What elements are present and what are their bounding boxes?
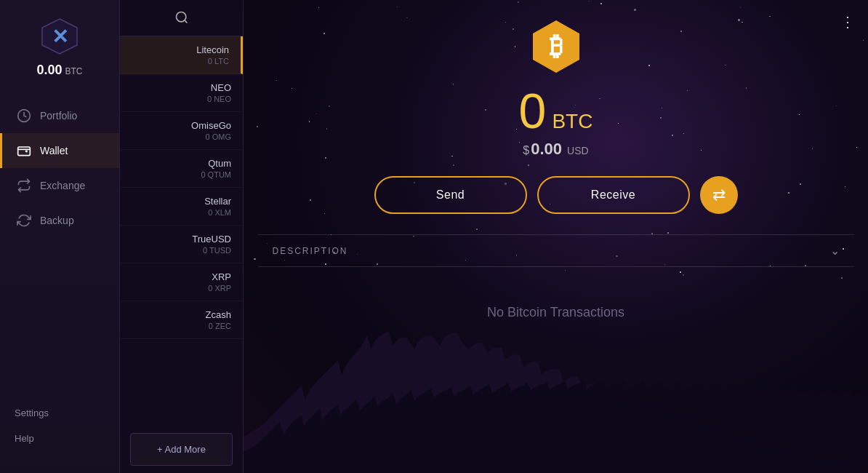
btc-hexagon-icon: ₿ [527, 17, 585, 76]
sidebar-label-exchange: Exchange [40, 180, 85, 191]
btc-amount-unit: BTC [552, 110, 592, 133]
coin-list-item-ltc[interactable]: Litecoin 0 LTC [120, 36, 243, 74]
coin-name: Stellar [204, 196, 231, 207]
swap-icon: ⇄ [712, 186, 726, 204]
main-content: ⋮ ₿ 0 BTC $ 0.00 USD Send Receive ⇄ [244, 0, 868, 473]
add-more-label: + Add More [157, 444, 206, 455]
main-nav: Portfolio Wallet Exchange Backup [0, 98, 119, 400]
coin-list-item-zec[interactable]: Zcash 0 ZEC [120, 301, 243, 339]
coin-list-panel: Litecoin 0 LTC NEO 0 NEO OmiseGo 0 OMG Q… [120, 0, 244, 473]
coin-balance: 0 NEO [207, 95, 231, 103]
coin-list-item-xlm[interactable]: Stellar 0 XLM [120, 188, 243, 226]
svg-text:✕: ✕ [51, 25, 68, 48]
coin-list-item-xrp[interactable]: XRP 0 XRP [120, 263, 243, 301]
exchange-icon [17, 178, 31, 193]
chevron-down-icon: ⌄ [830, 244, 840, 258]
send-button[interactable]: Send [374, 176, 527, 214]
svg-text:₿: ₿ [550, 31, 563, 61]
coin-name: NEO [211, 82, 231, 93]
sidebar-label-wallet: Wallet [40, 145, 68, 156]
balance-number: 0.00 [36, 63, 62, 78]
coin-list: Litecoin 0 LTC NEO 0 NEO OmiseGo 0 OMG Q… [120, 36, 243, 426]
more-menu-icon: ⋮ [840, 14, 855, 30]
coin-balance: 0 LTC [208, 57, 229, 65]
receive-button[interactable]: Receive [537, 176, 690, 214]
no-transactions-label: No Bitcoin Transactions [487, 305, 624, 320]
svg-line-5 [184, 20, 187, 23]
coin-balance: 0 OMG [206, 132, 231, 141]
sidebar-label-backup: Backup [40, 215, 74, 226]
usd-row: $ 0.00 USD [523, 140, 588, 159]
add-more-button[interactable]: + Add More [130, 433, 233, 466]
more-menu-button[interactable]: ⋮ [840, 13, 855, 31]
btc-icon-wrapper: ₿ [527, 17, 585, 79]
sidebar-item-wallet[interactable]: Wallet [0, 133, 119, 168]
sidebar-item-backup[interactable]: Backup [0, 203, 119, 238]
coin-list-item-omg[interactable]: OmiseGo 0 OMG [120, 112, 243, 150]
coin-balance: 0 QTUM [201, 170, 231, 179]
coin-list-item-tusd[interactable]: TrueUSD 0 TUSD [120, 226, 243, 263]
sidebar-item-settings[interactable]: Settings [0, 400, 119, 426]
logo-area: ✕ 0.00 BTC [36, 15, 82, 78]
settings-label: Settings [15, 408, 49, 418]
coin-name: Zcash [206, 309, 231, 320]
action-buttons: Send Receive ⇄ [374, 176, 738, 214]
coin-name: OmiseGo [191, 120, 231, 131]
app-logo: ✕ [38, 15, 81, 58]
sidebar-label-portfolio: Portfolio [40, 110, 77, 122]
coin-list-item-neo[interactable]: NEO 0 NEO [120, 74, 243, 112]
usd-prefix: $ [523, 144, 529, 157]
coin-name: TrueUSD [192, 234, 231, 245]
svg-point-4 [176, 12, 185, 22]
coin-list-item-qtum[interactable]: Qtum 0 QTUM [120, 150, 243, 188]
description-bar[interactable]: DESCRIPTION ⌄ [258, 234, 854, 267]
coin-balance: 0 XLM [208, 208, 231, 217]
sidebar: ✕ 0.00 BTC Portfolio Wallet Exchange [0, 0, 120, 473]
sidebar-item-portfolio[interactable]: Portfolio [0, 98, 119, 133]
coin-search-row [120, 0, 243, 36]
coin-balance: 0 ZEC [209, 322, 231, 330]
bottom-nav: Settings Help [0, 400, 119, 458]
portfolio-icon [17, 108, 31, 123]
svg-rect-3 [18, 147, 31, 156]
coin-name: Litecoin [196, 44, 229, 55]
help-label: Help [15, 433, 34, 444]
backup-icon [17, 213, 31, 228]
balance-unit: BTC [65, 66, 83, 76]
main-overlay: ⋮ ₿ 0 BTC $ 0.00 USD Send Receive ⇄ [244, 0, 868, 473]
wallet-icon [17, 143, 31, 158]
coin-balance: 0 XRP [208, 284, 231, 293]
search-icon[interactable] [174, 10, 189, 28]
btc-amount-row: 0 BTC [519, 86, 593, 135]
sidebar-item-exchange[interactable]: Exchange [0, 168, 119, 203]
usd-unit: USD [567, 145, 589, 156]
description-label: DESCRIPTION [273, 246, 348, 256]
sidebar-item-help[interactable]: Help [0, 426, 119, 451]
sidebar-balance: 0.00 BTC [36, 63, 82, 78]
coin-balance: 0 TUSD [203, 246, 231, 255]
coin-name: Qtum [208, 158, 231, 169]
usd-value: 0.00 [531, 140, 562, 159]
swap-button[interactable]: ⇄ [700, 176, 738, 214]
btc-amount-number: 0 [519, 86, 547, 135]
coin-name: XRP [212, 271, 231, 282]
